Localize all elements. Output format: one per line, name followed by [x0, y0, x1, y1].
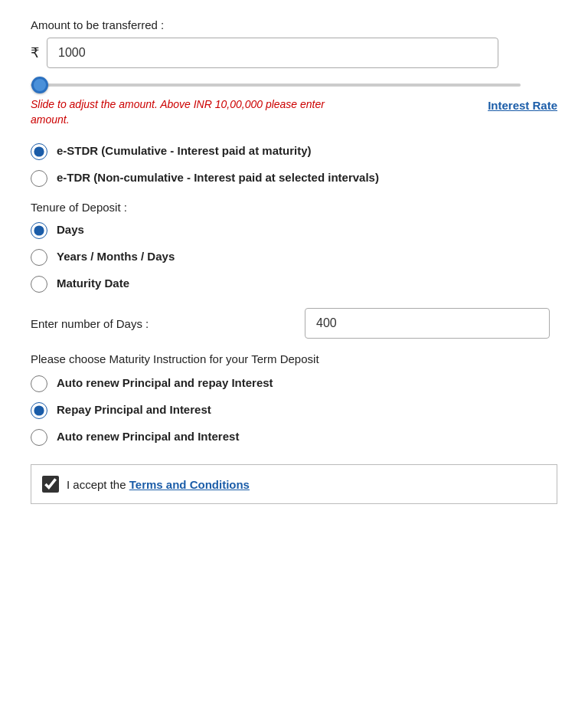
- interest-rate-link[interactable]: Interest Rate: [488, 99, 557, 112]
- tenure-option-ymd[interactable]: Years / Months / Days: [31, 248, 557, 266]
- terms-text: I accept the Terms and Conditions: [67, 478, 250, 491]
- tenure-label-ymd: Years / Months / Days: [57, 248, 175, 264]
- tenure-radio-group: Days Years / Months / Days Maturity Date: [31, 221, 557, 293]
- tenure-title: Tenure of Deposit :: [31, 201, 557, 214]
- maturity-radio-repay-both[interactable]: [31, 402, 47, 419]
- tenure-radio-days[interactable]: [31, 222, 47, 239]
- maturity-instruction-label: Please choose Maturity Instruction for y…: [31, 352, 557, 365]
- days-input-row: Enter number of Days :: [31, 308, 557, 339]
- days-input-label: Enter number of Days :: [31, 317, 149, 330]
- tenure-option-days[interactable]: Days: [31, 221, 557, 239]
- amount-label: Amount to be transferred :: [31, 18, 557, 31]
- amount-slider[interactable]: [31, 84, 521, 87]
- deposit-label-estdr: e-STDR (Cumulative - Interest paid at ma…: [57, 142, 312, 159]
- days-input[interactable]: [305, 308, 550, 339]
- maturity-label-auto-renew-repay: Auto renew Principal and repay Interest: [57, 375, 273, 391]
- maturity-radio-auto-renew-both[interactable]: [31, 429, 47, 446]
- deposit-radio-etdr[interactable]: [31, 170, 47, 187]
- tenure-label-maturity-date: Maturity Date: [57, 275, 129, 291]
- maturity-radio-auto-renew-repay[interactable]: [31, 375, 47, 392]
- tenure-radio-maturity-date[interactable]: [31, 276, 47, 293]
- maturity-radio-group: Auto renew Principal and repay Interest …: [31, 375, 557, 446]
- deposit-label-etdr: e-TDR (Non-cumulative - Interest paid at…: [57, 169, 379, 185]
- deposit-option-etdr[interactable]: e-TDR (Non-cumulative - Interest paid at…: [31, 169, 557, 187]
- tenure-radio-ymd[interactable]: [31, 249, 47, 266]
- amount-section: Amount to be transferred : ₹ Slide to ad…: [31, 18, 557, 127]
- maturity-instruction-section: Please choose Maturity Instruction for y…: [31, 352, 557, 446]
- tenure-section: Tenure of Deposit : Days Years / Months …: [31, 201, 557, 293]
- amount-input[interactable]: [47, 38, 498, 68]
- amount-input-row: ₹: [31, 38, 557, 68]
- maturity-option-auto-renew-repay[interactable]: Auto renew Principal and repay Interest: [31, 375, 557, 392]
- terms-link[interactable]: Terms and Conditions: [129, 478, 250, 491]
- maturity-option-repay-both[interactable]: Repay Principal and Interest: [31, 401, 557, 419]
- terms-checkbox-row: I accept the Terms and Conditions: [31, 464, 557, 504]
- deposit-option-estdr[interactable]: e-STDR (Cumulative - Interest paid at ma…: [31, 142, 557, 160]
- maturity-label-repay-both: Repay Principal and Interest: [57, 401, 211, 418]
- maturity-label-auto-renew-both: Auto renew Principal and Interest: [57, 428, 239, 444]
- terms-checkbox[interactable]: [42, 476, 59, 493]
- tenure-label-days: Days: [57, 221, 84, 237]
- slider-note-row: Slide to adjust the amount. Above INR 10…: [31, 97, 557, 127]
- slider-note: Slide to adjust the amount. Above INR 10…: [31, 97, 352, 127]
- deposit-type-group: e-STDR (Cumulative - Interest paid at ma…: [31, 142, 557, 187]
- tenure-option-maturity-date[interactable]: Maturity Date: [31, 275, 557, 293]
- rupee-symbol: ₹: [31, 44, 39, 61]
- maturity-option-auto-renew-both[interactable]: Auto renew Principal and Interest: [31, 428, 557, 446]
- slider-container: [31, 76, 557, 90]
- deposit-radio-estdr[interactable]: [31, 143, 47, 160]
